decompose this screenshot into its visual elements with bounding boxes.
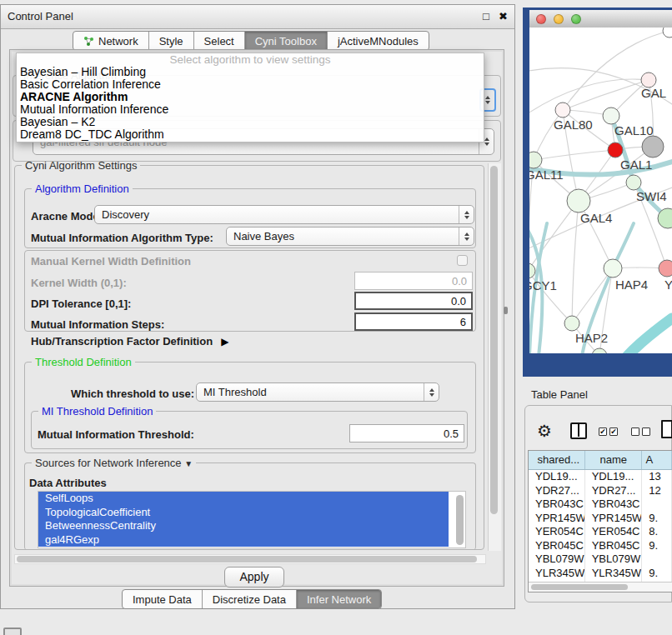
tab-label: Network bbox=[98, 35, 138, 48]
network-window-titlebar[interactable] bbox=[529, 10, 672, 28]
network-node-hap2[interactable] bbox=[564, 316, 579, 331]
dpi-tolerance-label: DPI Tolerance [0,1]: bbox=[31, 298, 131, 310]
column-header-a[interactable]: A bbox=[642, 451, 672, 469]
network-node-swi4[interactable] bbox=[626, 175, 641, 190]
table-row[interactable]: YBL079WYBL079W bbox=[529, 552, 672, 567]
network-node-hap4[interactable] bbox=[604, 259, 622, 278]
table-cell bbox=[642, 498, 672, 512]
attribute-item-betweennesscentrality[interactable]: BetweennessCentrality bbox=[38, 519, 449, 533]
mi-threshold-field[interactable] bbox=[349, 424, 464, 442]
table-cell: 13 bbox=[642, 470, 672, 484]
scrollbar-thumb[interactable] bbox=[490, 166, 498, 514]
table-row[interactable]: YPR145WYPR145W9. bbox=[529, 512, 672, 526]
checked-checkbox-icon[interactable]: ✔ bbox=[609, 428, 618, 436]
table-cell: 9. bbox=[642, 567, 672, 581]
mi-type-combo[interactable]: Naive Bayes bbox=[226, 227, 474, 246]
table-row[interactable]: YER054CYER054C8. bbox=[529, 525, 672, 539]
kernel-width-label: Kernel Width (0,1): bbox=[31, 277, 127, 289]
tab-discretize-data[interactable]: Discretize Data bbox=[202, 590, 296, 608]
tab-network[interactable]: Network bbox=[73, 32, 148, 50]
close-icon[interactable]: ✖ bbox=[499, 11, 510, 22]
network-node-y[interactable] bbox=[659, 260, 672, 277]
network-node-gal10[interactable] bbox=[603, 108, 619, 124]
checked-checkbox-icon[interactable]: ✔ bbox=[599, 428, 607, 436]
table-cell: YBR043C bbox=[529, 498, 585, 512]
network-node[interactable] bbox=[642, 136, 664, 158]
table-row[interactable]: YDR27...YDR27...12 bbox=[529, 484, 672, 498]
table-cell: 8. bbox=[642, 525, 672, 539]
tab-label: Discretize Data bbox=[213, 593, 286, 606]
gear-icon[interactable]: ⚙ bbox=[537, 421, 552, 441]
table-cell: YER054C bbox=[529, 525, 585, 539]
table-header-row: shared...nameA bbox=[529, 451, 672, 470]
mi-steps-label: Mutual Information Steps: bbox=[31, 318, 164, 331]
kernel-width-field[interactable] bbox=[354, 272, 473, 290]
minimize-traffic-light[interactable] bbox=[554, 14, 564, 24]
table-horizontal-scrollbar[interactable] bbox=[529, 582, 672, 592]
column-header-name[interactable]: name bbox=[585, 451, 642, 469]
manual-kernel-checkbox[interactable] bbox=[457, 255, 468, 266]
algorithm-option-mutual-information-inference[interactable]: Mutual Information Inference bbox=[17, 103, 484, 116]
attribute-item-topologicalcoefficient[interactable]: TopologicalCoefficient bbox=[38, 506, 449, 520]
which-threshold-combo[interactable]: MI Threshold bbox=[196, 382, 439, 402]
tab-infer-network[interactable]: Infer Network bbox=[296, 590, 381, 608]
network-node-label: GAL bbox=[641, 86, 666, 100]
scrollbar-thumb[interactable] bbox=[531, 584, 628, 590]
apply-button[interactable]: Apply bbox=[224, 567, 284, 588]
algorithm-option-bayesian-k2[interactable]: Bayesian – K2 bbox=[17, 116, 484, 128]
table-cell: 9. bbox=[642, 512, 672, 526]
bottom-left-widget bbox=[3, 628, 22, 635]
tab-style[interactable]: Style bbox=[148, 32, 193, 50]
network-node[interactable] bbox=[663, 28, 672, 38]
document-icon[interactable] bbox=[661, 420, 672, 438]
table-row[interactable]: YLR345WYLR345W9. bbox=[529, 567, 672, 581]
network-node-gal1[interactable] bbox=[608, 142, 623, 158]
attribute-item-selfloops[interactable]: SelfLoops bbox=[38, 492, 449, 506]
network-graph: GALGAL80GAL10GAL1GAL11SWI4GAL4GCY1HAP4YH… bbox=[529, 28, 672, 353]
table-cell: 12 bbox=[642, 484, 672, 498]
algorithm-dropdown-popup: Select algorithm to view settings Bayesi… bbox=[16, 52, 484, 142]
tab-jactivemnodules[interactable]: jActiveMNodules bbox=[327, 32, 429, 50]
zoom-traffic-light[interactable] bbox=[571, 14, 581, 24]
network-node[interactable] bbox=[592, 348, 607, 353]
unchecked-checkbox-icon[interactable] bbox=[631, 428, 639, 436]
panel-splitter-handle[interactable] bbox=[504, 307, 508, 314]
algorithm-option-basic-correlation-inference[interactable]: Basic Correlation Inference bbox=[17, 78, 484, 91]
table-row[interactable]: YBR045CYBR045C9. bbox=[529, 539, 672, 553]
columns-icon[interactable] bbox=[570, 422, 587, 439]
tab-impute-data[interactable]: Impute Data bbox=[123, 590, 202, 608]
attribute-item-gal4rgexp[interactable]: gal4RGexp bbox=[38, 533, 449, 548]
algorithm-option-aracne-algorithm[interactable]: ARACNE Algorithm bbox=[17, 91, 484, 103]
table-body: YDL19...YDL19...13YDR27...YDR27...12YBR0… bbox=[529, 470, 672, 584]
aracne-mode-combo[interactable]: Discovery bbox=[94, 205, 474, 224]
table-cell: YPR145W bbox=[585, 512, 643, 526]
node-table: shared...nameA YDL19...YDL19...13YDR27..… bbox=[528, 450, 672, 592]
hub-definition-toggle[interactable]: Hub/Transcription Factor Definition▶ bbox=[31, 335, 228, 348]
settings-vertical-scrollbar[interactable] bbox=[488, 163, 501, 551]
table-cell: YBL079W bbox=[529, 552, 585, 567]
scrollbar-thumb[interactable] bbox=[17, 556, 477, 562]
table-row[interactable]: YDL19...YDL19...13 bbox=[529, 470, 672, 484]
table-row[interactable]: YBR043CYBR043C bbox=[529, 498, 672, 512]
close-traffic-light[interactable] bbox=[536, 14, 546, 24]
minimize-icon[interactable]: □ bbox=[483, 11, 494, 22]
network-node-gcy1[interactable] bbox=[529, 263, 535, 278]
network-node-gal11[interactable] bbox=[529, 152, 542, 168]
unchecked-checkbox-icon[interactable] bbox=[642, 428, 650, 436]
algorithm-option-dream8-dc-tdc-algorithm[interactable]: Dream8 DC_TDC Algorithm bbox=[17, 128, 484, 141]
attributes-list-scrollbar[interactable] bbox=[456, 495, 464, 545]
dpi-tolerance-field[interactable] bbox=[354, 292, 473, 310]
network-node-label: HAP4 bbox=[615, 278, 648, 292]
tab-cyni-toolbox[interactable]: Cyni Toolbox bbox=[244, 32, 327, 50]
tab-label: Cyni Toolbox bbox=[255, 35, 317, 48]
network-node-gal4[interactable] bbox=[567, 189, 590, 212]
tab-select[interactable]: Select bbox=[193, 32, 244, 50]
table-cell: YBL079W bbox=[585, 552, 643, 567]
network-node-gal80[interactable] bbox=[555, 102, 570, 118]
column-header-shared[interactable]: shared... bbox=[529, 451, 585, 469]
mi-steps-field[interactable] bbox=[354, 312, 473, 331]
control-panel-titlebar[interactable]: Control Panel □ ✖ bbox=[1, 5, 514, 29]
table-cell: YER054C bbox=[585, 525, 643, 539]
network-canvas[interactable]: GALGAL80GAL10GAL1GAL11SWI4GAL4GCY1HAP4YH… bbox=[529, 28, 672, 353]
algorithm-option-bayesian-hill-climbing[interactable]: Bayesian – Hill Climbing bbox=[17, 66, 484, 78]
